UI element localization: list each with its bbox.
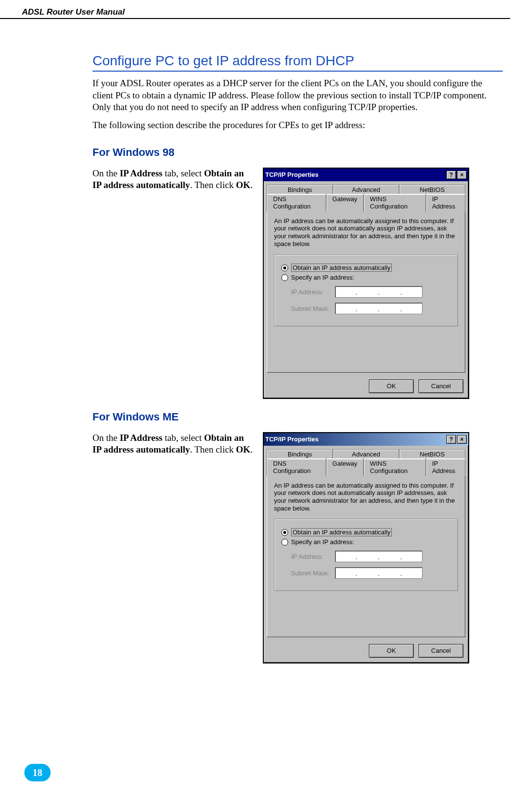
tab-dns[interactable]: DNS Configuration — [267, 194, 326, 211]
ok-button[interactable]: OK — [369, 644, 414, 658]
ip-address-input[interactable]: ... — [335, 550, 422, 562]
radio-specify-label: Specify an IP address: — [291, 538, 354, 546]
tab-gateway[interactable]: Gateway — [326, 194, 364, 211]
tab-netbios[interactable]: NetBIOS — [399, 449, 465, 459]
radio-obtain-label: Obtain an IP address automatically — [291, 528, 392, 536]
radio-obtain-row[interactable]: Obtain an IP address automatically — [281, 264, 451, 272]
tab-bindings[interactable]: Bindings — [267, 449, 333, 459]
page-number: 18 — [33, 767, 42, 778]
ok-button[interactable]: OK — [369, 379, 414, 393]
instr-b3-2: OK — [236, 444, 251, 455]
panel-description: An IP address can be automatically assig… — [274, 482, 458, 512]
dialog-button-row: OK Cancel — [264, 640, 468, 663]
dialog-title: TCP/IP Properties — [265, 171, 445, 178]
ip-address-row: IP Address: ... — [291, 550, 451, 562]
instr-prefix-2: On the — [92, 433, 120, 443]
radio-specify[interactable] — [281, 274, 288, 281]
radio-obtain[interactable] — [281, 265, 288, 271]
ip-mode-group: Obtain an IP address automatically Speci… — [274, 519, 458, 591]
instruction-winme: On the IP Address tab, select Obtain an … — [92, 432, 253, 456]
radio-obtain-label: Obtain an IP address automatically — [291, 264, 392, 272]
tab-bindings[interactable]: Bindings — [267, 185, 333, 194]
instr-b3: OK — [236, 180, 251, 190]
dialog-button-row: OK Cancel — [264, 376, 468, 398]
heading-winme: For Windows ME — [92, 411, 503, 423]
panel-description: An IP address can be automatically assig… — [274, 217, 458, 247]
subnet-row: Subnet Mask: ... — [291, 303, 451, 314]
instr-suffix: . — [250, 180, 253, 190]
tab-panel: An IP address can be automatically assig… — [267, 211, 465, 373]
close-button[interactable]: × — [457, 171, 467, 179]
instr-mid2: . Then click — [190, 180, 236, 190]
tab-panel: An IP address can be automatically assig… — [267, 475, 465, 637]
tab-ip-address[interactable]: IP Address — [426, 458, 465, 476]
tab-strip: Bindings Advanced NetBIOS DNS Configurat… — [264, 181, 468, 211]
tab-wins[interactable]: WINS Configuration — [364, 458, 426, 476]
radio-specify[interactable] — [281, 539, 288, 546]
tab-ip-address[interactable]: IP Address — [426, 194, 465, 211]
instr-b1: IP Address — [120, 168, 163, 178]
intro-paragraph-1: If your ADSL Router operates as a DHCP s… — [92, 77, 503, 114]
close-icon: × — [460, 171, 463, 178]
tab-advanced[interactable]: Advanced — [333, 449, 399, 459]
ip-address-label: IP Address: — [291, 288, 335, 296]
instr-b1-2: IP Address — [120, 433, 163, 443]
tab-strip: Bindings Advanced NetBIOS DNS Configurat… — [264, 446, 468, 475]
radio-obtain[interactable] — [281, 529, 288, 536]
subnet-row: Subnet Mask: ... — [291, 567, 451, 579]
tab-gateway[interactable]: Gateway — [326, 458, 364, 476]
instr-prefix: On the — [92, 168, 120, 178]
subnet-input[interactable]: ... — [335, 303, 422, 314]
cancel-button[interactable]: Cancel — [419, 644, 463, 658]
ip-mode-group: Obtain an IP address automatically Speci… — [274, 254, 458, 326]
radio-specify-row[interactable]: Specify an IP address: — [281, 274, 451, 281]
instruction-win98: On the IP Address tab, select Obtain an … — [92, 168, 253, 191]
subnet-label: Subnet Mask: — [291, 569, 335, 577]
radio-obtain-row[interactable]: Obtain an IP address automatically — [281, 528, 451, 536]
tcpip-dialog-win98: TCP/IP Properties ? × Bindings Advanced … — [263, 168, 469, 399]
tab-wins[interactable]: WINS Configuration — [364, 194, 426, 211]
close-button[interactable]: × — [457, 435, 467, 444]
radio-specify-label: Specify an IP address: — [291, 274, 354, 281]
running-header: ADSL Router User Manual — [0, 0, 510, 19]
tcpip-dialog-winme: TCP/IP Properties ? × Bindings Advanced … — [263, 432, 469, 663]
ip-address-input[interactable]: ... — [335, 286, 422, 298]
subnet-label: Subnet Mask: — [291, 305, 335, 312]
radio-specify-row[interactable]: Specify an IP address: — [281, 538, 451, 546]
close-icon: × — [460, 436, 463, 443]
running-header-text: ADSL Router User Manual — [22, 7, 125, 17]
titlebar[interactable]: TCP/IP Properties ? × — [264, 433, 468, 446]
help-icon: ? — [449, 171, 453, 178]
heading-win98: For Windows 98 — [92, 146, 503, 159]
ip-address-row: IP Address: ... — [291, 286, 451, 298]
page-title: Configure PC to get IP address from DHCP — [92, 53, 503, 72]
instr-mid2-2: . Then click — [190, 444, 236, 455]
ip-address-label: IP Address: — [291, 553, 335, 560]
page-number-badge: 18 — [24, 764, 51, 781]
dialog-title: TCP/IP Properties — [265, 436, 445, 443]
help-icon: ? — [449, 436, 453, 443]
instr-mid1-2: tab, select — [163, 433, 204, 443]
instr-mid1: tab, select — [163, 168, 204, 178]
tab-dns[interactable]: DNS Configuration — [267, 458, 326, 476]
cancel-button[interactable]: Cancel — [419, 379, 463, 393]
help-button[interactable]: ? — [446, 435, 456, 444]
subnet-input[interactable]: ... — [335, 567, 422, 579]
instr-suffix-2: . — [250, 444, 253, 455]
tab-advanced[interactable]: Advanced — [333, 185, 399, 194]
help-button[interactable]: ? — [446, 171, 456, 179]
tab-netbios[interactable]: NetBIOS — [399, 185, 465, 194]
intro-paragraph-2: The following section describe the proce… — [92, 119, 503, 132]
titlebar[interactable]: TCP/IP Properties ? × — [264, 169, 468, 181]
